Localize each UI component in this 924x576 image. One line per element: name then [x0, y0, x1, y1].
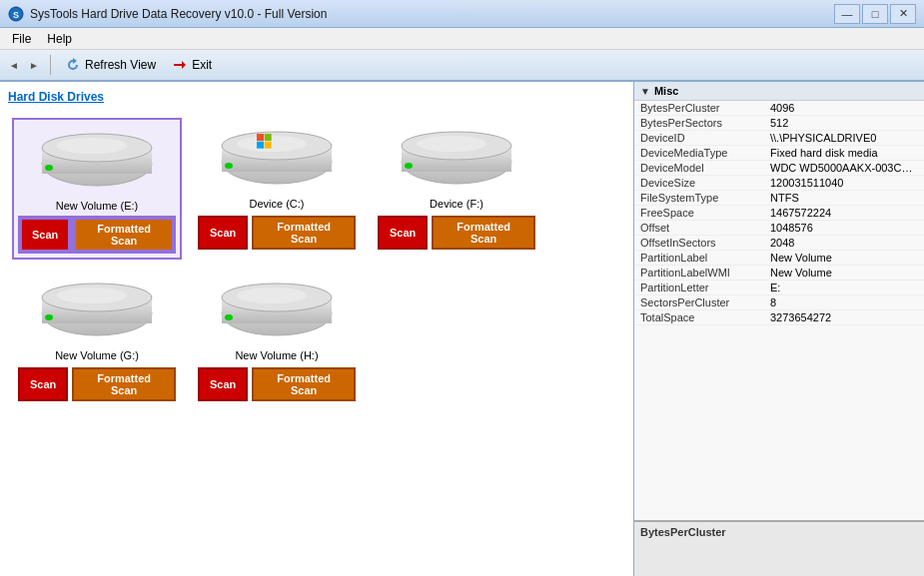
refresh-label: Refresh View — [85, 58, 156, 72]
drive-icon — [397, 124, 516, 194]
window-title: SysTools Hard Drive Data Recovery v10.0 … — [30, 7, 327, 21]
formatted-scan-button[interactable]: Formatted Scan — [72, 367, 176, 401]
prop-key: BytesPerSectors — [640, 117, 770, 129]
properties-list: BytesPerCluster 4096 BytesPerSectors 512… — [634, 101, 924, 325]
formatted-scan-button[interactable]: Formatted Scan — [252, 367, 356, 401]
prop-value: 2048 — [770, 237, 794, 249]
drive-label: New Volume (G:) — [55, 349, 139, 361]
formatted-scan-button[interactable]: Formatted Scan — [74, 218, 174, 252]
svg-point-8 — [45, 165, 53, 171]
drive-label: Device (F:) — [430, 198, 483, 210]
menu-help[interactable]: Help — [39, 30, 80, 48]
drive-icon — [37, 126, 157, 196]
scan-button[interactable]: Scan — [198, 367, 248, 401]
property-row: DeviceMediaType Fixed hard disk media — [634, 146, 924, 161]
prop-key: Offset — [640, 222, 770, 234]
prop-key: PartitionLabelWMI — [640, 267, 770, 279]
scan-button[interactable]: Scan — [378, 216, 428, 250]
svg-point-26 — [57, 288, 127, 303]
refresh-icon — [65, 57, 81, 73]
section-title: Hard Disk Drives — [8, 90, 625, 104]
drive-buttons: Scan Formatted Scan — [18, 367, 176, 401]
svg-marker-3 — [182, 61, 186, 69]
drive-icon — [217, 276, 337, 345]
svg-point-22 — [405, 163, 413, 169]
drive-label: New Volume (H:) — [235, 349, 318, 361]
property-row: FileSystemType NTFS — [634, 191, 924, 206]
app-icon: S — [8, 6, 24, 22]
property-row: FreeSpace 1467572224 — [634, 206, 924, 221]
nav-fwd-button[interactable]: ► — [26, 57, 42, 73]
property-row: PartitionLabel New Volume — [634, 251, 924, 266]
menu-file[interactable]: File — [4, 30, 39, 48]
maximize-button[interactable]: □ — [862, 4, 888, 24]
drive-item[interactable]: New Volume (H:) Scan Formatted Scan — [192, 270, 362, 407]
drive-item[interactable]: New Volume (G:) Scan Formatted Scan — [12, 270, 182, 407]
svg-point-7 — [57, 138, 127, 154]
nav-back-button[interactable]: ◄ — [6, 57, 22, 73]
scan-button[interactable]: Scan — [20, 218, 70, 252]
formatted-scan-button[interactable]: Formatted Scan — [252, 216, 356, 250]
prop-value: 120031511040 — [770, 177, 843, 189]
property-row: DeviceID \\.\PHYSICALDRIVE0 — [634, 131, 924, 146]
svg-point-32 — [225, 314, 233, 320]
scan-button[interactable]: Scan — [18, 367, 68, 401]
formatted-scan-button[interactable]: Formatted Scan — [432, 216, 535, 250]
property-row: BytesPerSectors 512 — [634, 116, 924, 131]
right-panel: ▼ Misc BytesPerCluster 4096 BytesPerSect… — [634, 82, 924, 576]
drive-icon — [217, 124, 337, 194]
property-row: DeviceModel WDC WD5000AAKX-003CA0 AT — [634, 161, 924, 176]
property-row: OffsetInSectors 2048 — [634, 236, 924, 251]
prop-value: \\.\PHYSICALDRIVE0 — [770, 132, 876, 144]
prop-key: FileSystemType — [640, 192, 770, 204]
property-row: PartitionLabelWMI New Volume — [634, 266, 924, 281]
left-panel: Hard Disk Drives New Volume (E:) — [0, 82, 634, 576]
title-bar: S SysTools Hard Drive Data Recovery v10.… — [0, 0, 924, 28]
svg-point-27 — [45, 314, 53, 320]
prop-value: E: — [770, 282, 780, 293]
drive-label: New Volume (E:) — [56, 200, 139, 212]
svg-point-13 — [225, 163, 233, 169]
drive-label: Device (C:) — [249, 198, 304, 210]
toolbar-separator — [50, 55, 51, 75]
drive-item[interactable]: Device (C:) Scan Formatted Scan — [192, 118, 362, 260]
prop-key: PartitionLetter — [640, 282, 770, 293]
exit-button[interactable]: Exit — [166, 54, 218, 76]
prop-key: FreeSpace — [640, 207, 770, 219]
refresh-button[interactable]: Refresh View — [59, 54, 162, 76]
svg-point-21 — [417, 136, 486, 152]
drive-grid: New Volume (E:) Scan Formatted Scan — [8, 114, 625, 411]
prop-value: WDC WD5000AAKX-003CA0 AT — [770, 162, 918, 174]
drive-icon — [37, 276, 157, 345]
drive-item[interactable]: New Volume (E:) Scan Formatted Scan — [12, 118, 182, 260]
prop-value: 1467572224 — [770, 207, 831, 219]
props-header: ▼ Misc — [634, 82, 924, 101]
prop-value: 8 — [770, 296, 776, 308]
prop-key: DeviceModel — [640, 162, 770, 174]
property-row: PartitionLetter E: — [634, 281, 924, 295]
prop-key: PartitionLabel — [640, 252, 770, 264]
svg-rect-15 — [265, 134, 272, 141]
svg-rect-16 — [257, 142, 264, 149]
svg-point-12 — [237, 136, 307, 152]
prop-key: SectorsPerCluster — [640, 296, 770, 308]
exit-icon — [172, 57, 188, 73]
property-row: TotalSpace 3273654272 — [634, 310, 924, 325]
collapse-icon[interactable]: ▼ — [640, 86, 650, 97]
scan-button[interactable]: Scan — [198, 216, 248, 250]
property-row: SectorsPerCluster 8 — [634, 295, 924, 310]
prop-value: New Volume — [770, 267, 832, 279]
svg-point-31 — [237, 288, 307, 303]
drive-item[interactable]: Device (F:) Scan Formatted Scan — [372, 118, 541, 260]
prop-key: DeviceSize — [640, 177, 770, 189]
prop-key: OffsetInSectors — [640, 237, 770, 249]
info-bar: BytesPerCluster — [634, 521, 924, 576]
prop-key: TotalSpace — [640, 311, 770, 323]
minimize-button[interactable]: — — [834, 4, 860, 24]
prop-value: 3273654272 — [770, 311, 831, 323]
prop-value: NTFS — [770, 192, 799, 204]
close-button[interactable]: ✕ — [890, 4, 916, 24]
prop-value: 4096 — [770, 102, 794, 114]
svg-rect-14 — [257, 134, 264, 141]
properties-section: ▼ Misc BytesPerCluster 4096 BytesPerSect… — [634, 82, 924, 521]
